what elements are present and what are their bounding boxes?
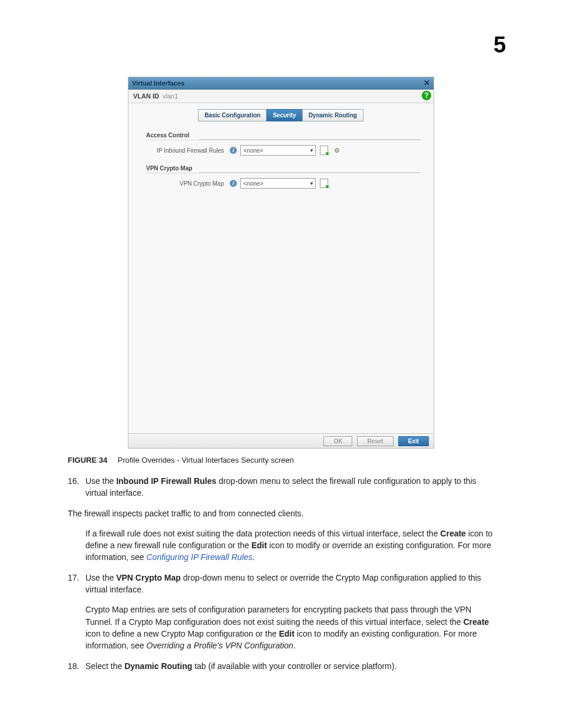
chevron-down-icon: ▼ [309, 148, 314, 153]
ok-button[interactable]: OK [323, 436, 352, 446]
firewall-rules-selected: <none> [243, 147, 263, 154]
window-titlebar: Virtual Interfaces ✕ [128, 77, 434, 90]
label-vpn-crypto-map: VPN Crypto Map [153, 180, 226, 187]
firewall-inspects-line: The firewall inspects packet traffic to … [68, 508, 494, 519]
window-subheader: VLAN ID vlan1 ? [128, 90, 434, 103]
tab-bar: Basic Configuration Security Dynamic Rou… [128, 103, 434, 121]
section-heading-access: Access Control [146, 132, 421, 140]
close-icon[interactable]: ✕ [424, 78, 430, 87]
tab-basic-configuration[interactable]: Basic Configuration [198, 109, 267, 121]
step-number-18: 18. [68, 660, 85, 672]
step-16-text: Use the Inbound IP Firewall Rules drop-d… [85, 475, 494, 499]
vpn-crypto-dropdown[interactable]: <none> ▼ [240, 178, 316, 189]
vlan-id-label: VLAN ID [133, 93, 159, 100]
vlan-id-value: vlan1 [163, 93, 178, 100]
virtual-interfaces-window: Virtual Interfaces ✕ VLAN ID vlan1 ? Bas… [128, 77, 434, 449]
create-icon[interactable] [319, 179, 329, 188]
link-configuring-ip-firewall[interactable]: Configuring IP Firewall Rules [147, 552, 253, 562]
help-icon[interactable]: ? [422, 91, 431, 100]
info-icon[interactable]: i [230, 147, 237, 154]
reset-button[interactable]: Reset [357, 436, 393, 446]
label-ip-inbound-firewall: IP Inbound Firewall Rules [153, 147, 226, 154]
create-icon[interactable] [319, 146, 329, 155]
window-footer: OK Reset Exit [128, 433, 434, 448]
step-number-17: 17. [68, 572, 85, 596]
step-17-followup: Crypto Map entries are sets of configura… [85, 604, 494, 651]
vpn-crypto-selected: <none> [243, 180, 263, 187]
chapter-number: 5 [494, 32, 506, 58]
caption-text: Profile Overrides - Virtual Interfaces S… [118, 456, 294, 465]
step-18-text: Select the Dynamic Routing tab (if avail… [85, 660, 494, 672]
exit-button[interactable]: Exit [398, 436, 429, 446]
section-vpn-crypto-map: VPN Crypto Map VPN Crypto Map i <none> ▼ [146, 165, 421, 189]
window-title: Virtual Interfaces [132, 80, 184, 87]
chevron-down-icon: ▼ [309, 181, 314, 186]
info-icon[interactable]: i [230, 180, 237, 187]
tab-security[interactable]: Security [266, 109, 302, 121]
section-access-control: Access Control IP Inbound Firewall Rules… [146, 132, 421, 156]
section-heading-vpn: VPN Crypto Map [146, 165, 421, 173]
figure-caption: FIGURE 34 Profile Overrides - Virtual In… [68, 456, 494, 465]
step-number-16: 16. [68, 475, 85, 499]
tab-dynamic-routing[interactable]: Dynamic Routing [302, 109, 363, 121]
step-17-text: Use the VPN Crypto Map drop-down menu to… [85, 572, 494, 596]
firewall-rules-dropdown[interactable]: <none> ▼ [240, 145, 316, 156]
step-16-followup: If a firewall rule does not exist suitin… [85, 528, 494, 564]
edit-gear-icon[interactable]: ⚙ [332, 146, 342, 155]
caption-lead: FIGURE 34 [68, 456, 107, 465]
figure-screenshot: Virtual Interfaces ✕ VLAN ID vlan1 ? Bas… [68, 77, 494, 449]
